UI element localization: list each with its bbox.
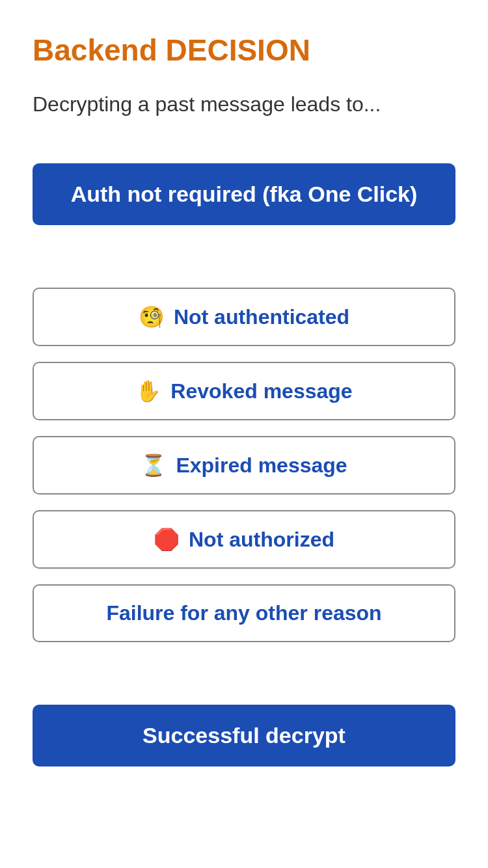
spacer bbox=[33, 346, 455, 362]
spacer bbox=[33, 495, 455, 510]
face-icon: 🧐 bbox=[139, 305, 165, 329]
option-label: Not authenticated bbox=[174, 305, 349, 329]
option-label: Expired message bbox=[176, 454, 347, 478]
spacer bbox=[33, 569, 455, 584]
hourglass-icon: ⏳ bbox=[141, 453, 167, 478]
stop-icon: 🛑 bbox=[154, 527, 180, 552]
expired-message-button[interactable]: ⏳ Expired message bbox=[33, 436, 455, 495]
page-title: Backend DECISION bbox=[33, 33, 455, 68]
spacer bbox=[33, 642, 455, 705]
revoked-message-button[interactable]: ✋ Revoked message bbox=[33, 362, 455, 420]
option-label: Not authorized bbox=[189, 528, 334, 552]
not-authenticated-button[interactable]: 🧐 Not authenticated bbox=[33, 288, 455, 346]
successful-decrypt-button[interactable]: Successful decrypt bbox=[33, 705, 455, 766]
auth-not-required-button[interactable]: Auth not required (fka One Click) bbox=[33, 163, 455, 225]
spacer bbox=[33, 420, 455, 436]
spacer bbox=[33, 225, 455, 288]
page-subtitle: Decrypting a past message leads to... bbox=[33, 92, 455, 116]
option-label: Revoked message bbox=[170, 379, 352, 403]
option-label: Failure for any other reason bbox=[106, 601, 381, 625]
not-authorized-button[interactable]: 🛑 Not authorized bbox=[33, 510, 455, 569]
hand-icon: ✋ bbox=[135, 379, 161, 403]
failure-other-button[interactable]: Failure for any other reason bbox=[33, 584, 455, 642]
